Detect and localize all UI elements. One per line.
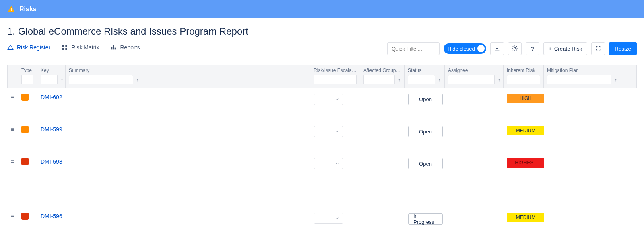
status-pill[interactable]: Open (408, 126, 443, 137)
mitigation-cell[interactable] (544, 92, 637, 120)
toolbar-controls: Hide closed ? + Create Risk Resize (387, 42, 637, 55)
mitigation-cell[interactable] (544, 124, 637, 152)
filter-key-input[interactable] (41, 75, 58, 84)
mitigation-cell[interactable] (544, 156, 637, 207)
assignee-cell[interactable] (445, 92, 504, 120)
col-summary[interactable]: Summary ↑ (66, 65, 310, 88)
summary-cell[interactable] (66, 124, 311, 152)
issue-key-link[interactable]: DMI-598 (41, 158, 62, 165)
filter-assignee-input[interactable] (448, 75, 495, 84)
fullscreen-button[interactable] (591, 42, 605, 55)
create-risk-label: Create Risk (554, 46, 582, 52)
type-icon: ! (21, 94, 29, 101)
filter-escalation-input[interactable] (314, 75, 357, 84)
svg-rect-2 (62, 45, 64, 47)
drag-handle-icon[interactable]: ≡ (11, 158, 14, 165)
groups-cell[interactable] (361, 92, 405, 120)
hide-closed-toggle[interactable]: Hide closed (444, 43, 486, 54)
escalation-select[interactable] (314, 126, 343, 137)
col-label: Mitigation Plan (547, 68, 633, 73)
sort-arrow-icon[interactable]: ↑ (496, 77, 502, 82)
table-row[interactable]: ≡ ! DMI-596 In Progress MEDIUM (8, 207, 637, 239)
groups-cell[interactable] (361, 156, 405, 207)
issue-key-link[interactable]: DMI-602 (41, 94, 62, 101)
filter-status-input[interactable] (408, 75, 435, 84)
inherent-risk-badge: HIGH (507, 94, 544, 103)
groups-cell[interactable] (361, 211, 405, 239)
filter-summary-input[interactable] (69, 75, 133, 84)
col-inherent-risk[interactable]: Inherent Risk (504, 65, 544, 88)
issue-key-link[interactable]: DMI-599 (41, 126, 62, 133)
gear-icon (512, 45, 518, 53)
col-groups[interactable]: Affected Group(s) ↑ (360, 65, 405, 88)
filter-groups-input[interactable] (363, 75, 395, 84)
issue-key-link[interactable]: DMI-596 (41, 213, 62, 220)
filter-type-input[interactable] (21, 75, 33, 84)
help-button[interactable]: ? (526, 42, 539, 55)
settings-button[interactable] (508, 42, 522, 55)
escalation-select[interactable] (314, 94, 343, 105)
status-pill[interactable]: Open (408, 94, 443, 105)
tab-risk-matrix[interactable]: Risk Matrix (62, 42, 99, 55)
tab-reports[interactable]: Reports (110, 42, 140, 55)
assignee-cell[interactable] (445, 211, 504, 239)
col-escalation[interactable]: Risk/Issue Escalation Lev (310, 65, 360, 88)
create-risk-button[interactable]: + Create Risk (543, 42, 587, 55)
status-pill[interactable]: Open (408, 158, 443, 169)
svg-rect-5 (66, 48, 68, 50)
table-row[interactable]: ≡ ! DMI-598 Open HIGHEST (8, 152, 637, 207)
svg-rect-4 (62, 48, 64, 50)
drag-handle-icon[interactable]: ≡ (11, 94, 14, 100)
svg-point-9 (514, 47, 516, 49)
svg-rect-6 (111, 47, 113, 50)
svg-rect-7 (113, 45, 114, 50)
col-label: Status (408, 68, 441, 73)
sort-arrow-icon[interactable]: ↑ (135, 77, 140, 82)
tab-risk-register[interactable]: Risk Register (7, 42, 50, 55)
toggle-knob (477, 45, 485, 52)
summary-cell[interactable] (66, 156, 311, 207)
resize-button[interactable]: Resize (609, 42, 637, 55)
table-row[interactable]: ≡ ! DMI-602 Open HIGH (8, 88, 637, 120)
summary-cell[interactable] (66, 211, 311, 239)
groups-cell[interactable] (361, 124, 405, 152)
col-assignee[interactable]: Assignee ↑ (445, 65, 504, 88)
quick-filter-input[interactable] (387, 42, 440, 55)
expand-icon (595, 45, 601, 52)
banner: Risks (0, 0, 644, 18)
col-mitigation[interactable]: Mitigation Plan ↑ (544, 65, 636, 88)
svg-rect-8 (115, 48, 116, 50)
inherent-risk-badge: MEDIUM (507, 126, 544, 135)
col-type[interactable]: Type (18, 65, 37, 88)
sort-arrow-icon[interactable]: ↑ (613, 77, 619, 82)
sort-arrow-icon[interactable]: ↑ (437, 77, 442, 82)
assignee-cell[interactable] (445, 124, 504, 152)
summary-cell[interactable] (66, 92, 311, 120)
drag-handle-icon[interactable]: ≡ (11, 126, 14, 133)
escalation-select[interactable] (314, 158, 343, 169)
col-label: Affected Group(s) (363, 68, 401, 73)
sort-arrow-icon[interactable]: ↑ (59, 77, 65, 82)
mitigation-cell[interactable] (544, 211, 637, 239)
escalation-select[interactable] (314, 213, 343, 224)
question-icon: ? (531, 46, 534, 52)
col-key[interactable]: Key ↑ (37, 65, 66, 88)
page-title: 1. Global eCommerce Risks and Issues Pro… (0, 18, 644, 42)
filter-risk-input[interactable] (507, 75, 540, 84)
svg-rect-0 (11, 8, 12, 10)
download-icon (494, 45, 500, 53)
export-button[interactable] (490, 42, 504, 55)
col-status[interactable]: Status ↑ (405, 65, 445, 88)
drag-handle-icon[interactable]: ≡ (11, 213, 14, 219)
sort-arrow-icon[interactable]: ↑ (396, 77, 402, 82)
type-icon: ! (21, 158, 29, 165)
filter-mitigation-input[interactable] (547, 75, 611, 84)
plus-icon: + (549, 46, 552, 52)
status-pill[interactable]: In Progress (408, 213, 443, 225)
assignee-cell[interactable] (445, 156, 504, 207)
col-label: Key (41, 68, 62, 73)
banner-title: Risks (19, 6, 37, 13)
inherent-risk-badge: HIGHEST (507, 158, 544, 168)
table-row[interactable]: ≡ ! DMI-599 Open MEDIUM (8, 120, 637, 152)
risks-app-icon (7, 5, 15, 13)
